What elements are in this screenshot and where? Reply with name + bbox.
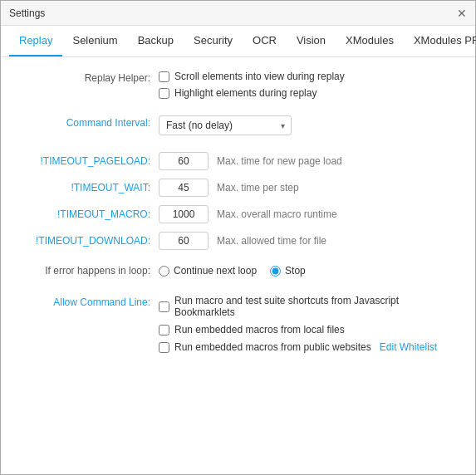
timeout-download-input[interactable]: [159, 232, 209, 250]
continue-next-loop-option[interactable]: Continue next loop: [159, 265, 257, 277]
tab-selenium[interactable]: Selenium: [62, 26, 127, 56]
window-title: Settings: [9, 7, 45, 19]
allow-command-line-label: Allow Command Line:: [17, 295, 159, 308]
continue-next-loop-label: Continue next loop: [174, 265, 257, 277]
tab-replay[interactable]: Replay: [9, 26, 62, 56]
stop-option[interactable]: Stop: [270, 265, 306, 277]
bookmarklets-label: Run macro and test suite shortcuts from …: [174, 295, 459, 318]
title-bar: Settings ✕: [1, 1, 475, 26]
tab-xmodules-pro[interactable]: XModules PRO: [404, 26, 476, 56]
timeout-macro-row: !TIMEOUT_MACRO: Max. overall macro runti…: [17, 205, 459, 223]
highlight-elements-row: Highlight elements during replay: [159, 87, 459, 99]
tab-bar: Replay Selenium Backup Security OCR Visi…: [1, 26, 475, 57]
command-interval-select[interactable]: Fast (no delay)SlowMediumCustom: [159, 115, 292, 135]
content-area: Replay Helper: Scroll elements into view…: [1, 57, 475, 474]
error-loop-row: If error happens in loop: Continue next …: [17, 265, 459, 277]
timeout-pageload-input[interactable]: [159, 152, 209, 170]
settings-window: Settings ✕ Replay Selenium Backup Securi…: [0, 0, 476, 475]
stop-label: Stop: [285, 265, 306, 277]
timeout-macro-desc: Max. overall macro runtime: [217, 208, 337, 220]
scroll-elements-row: Scroll elements into view during replay: [159, 71, 459, 82]
timeout-wait-desc: Max. time per step: [217, 182, 299, 193]
allow-item-public-websites: Run embedded macros from public websites…: [159, 341, 459, 353]
local-files-checkbox[interactable]: [159, 325, 169, 335]
stop-radio[interactable]: [270, 266, 281, 277]
tab-vision[interactable]: Vision: [287, 26, 336, 56]
bookmarklets-checkbox[interactable]: [159, 301, 169, 312]
public-websites-label: Run embedded macros from public websites: [174, 341, 371, 353]
edit-whitelist-link[interactable]: Edit Whitelist: [380, 341, 437, 353]
replay-helper-controls: Scroll elements into view during replay …: [159, 71, 459, 99]
close-button[interactable]: ✕: [457, 7, 467, 19]
timeout-download-label: !TIMEOUT_DOWNLOAD:: [17, 235, 159, 247]
timeout-wait-input[interactable]: [159, 179, 209, 197]
timeout-macro-input[interactable]: [159, 205, 209, 223]
command-interval-row: Command Interval: Fast (no delay)SlowMed…: [17, 115, 459, 135]
command-interval-select-wrapper: Fast (no delay)SlowMediumCustom ▾: [159, 115, 292, 135]
highlight-elements-checkbox[interactable]: [159, 88, 169, 99]
timeout-pageload-row: !TIMEOUT_PAGELOAD: Max. time for new pag…: [17, 152, 459, 170]
timeout-download-desc: Max. allowed time for file: [217, 235, 326, 247]
allow-controls: Run macro and test suite shortcuts from …: [159, 295, 459, 353]
continue-next-loop-radio[interactable]: [159, 266, 169, 277]
public-websites-checkbox[interactable]: [159, 342, 169, 353]
scroll-elements-checkbox[interactable]: [159, 71, 169, 82]
highlight-elements-label: Highlight elements during replay: [174, 87, 317, 99]
replay-helper-row: Replay Helper: Scroll elements into view…: [17, 71, 459, 99]
error-loop-label: If error happens in loop:: [17, 265, 159, 277]
timeout-pageload-desc: Max. time for new page load: [217, 155, 342, 167]
timeout-pageload-label: !TIMEOUT_PAGELOAD:: [17, 155, 159, 167]
scroll-elements-label: Scroll elements into view during replay: [174, 71, 345, 82]
allow-item-local-files: Run embedded macros from local files: [159, 324, 459, 335]
allow-command-line-row: Allow Command Line: Run macro and test s…: [17, 295, 459, 353]
tab-backup[interactable]: Backup: [128, 26, 184, 56]
timeout-wait-label: !TIMEOUT_WAIT:: [17, 182, 159, 193]
tab-security[interactable]: Security: [184, 26, 243, 56]
local-files-label: Run embedded macros from local files: [174, 324, 345, 335]
timeout-wait-row: !TIMEOUT_WAIT: Max. time per step: [17, 179, 459, 197]
error-loop-options: Continue next loop Stop: [159, 265, 306, 277]
allow-item-bookmarklets: Run macro and test suite shortcuts from …: [159, 295, 459, 318]
tab-ocr[interactable]: OCR: [243, 26, 287, 56]
timeout-download-row: !TIMEOUT_DOWNLOAD: Max. allowed time for…: [17, 232, 459, 250]
command-interval-label: Command Interval:: [17, 115, 159, 129]
timeout-macro-label: !TIMEOUT_MACRO:: [17, 208, 159, 220]
tab-xmodules[interactable]: XModules: [336, 26, 404, 56]
replay-helper-label: Replay Helper:: [17, 71, 159, 84]
